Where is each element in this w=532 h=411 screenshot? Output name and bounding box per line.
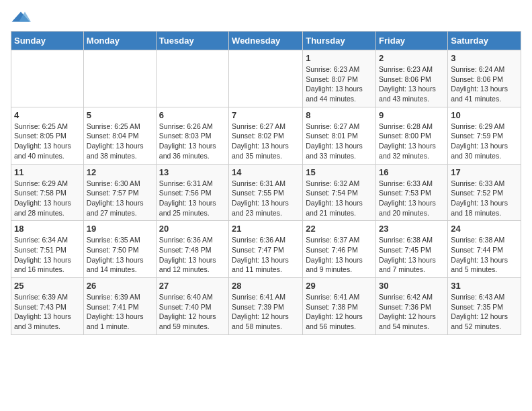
day-info: Sunrise: 6:25 AM Sunset: 8:05 PM Dayligh… — [14, 122, 81, 161]
day-cell-25: 25Sunrise: 6:39 AM Sunset: 7:43 PM Dayli… — [11, 278, 84, 335]
header-day-friday: Friday — [376, 32, 448, 50]
day-number: 6 — [159, 110, 226, 120]
day-number: 9 — [379, 110, 445, 120]
day-number: 1 — [306, 53, 373, 63]
day-number: 27 — [159, 281, 226, 291]
day-cell-9: 9Sunrise: 6:28 AM Sunset: 8:00 PM Daylig… — [376, 107, 448, 164]
week-row-2: 4Sunrise: 6:25 AM Sunset: 8:05 PM Daylig… — [11, 107, 521, 164]
day-number: 12 — [87, 167, 153, 177]
day-number: 4 — [14, 110, 81, 120]
day-info: Sunrise: 6:23 AM Sunset: 8:06 PM Dayligh… — [379, 64, 445, 104]
day-cell-22: 22Sunrise: 6:37 AM Sunset: 7:46 PM Dayli… — [303, 221, 376, 278]
day-number: 26 — [87, 281, 153, 291]
day-cell-29: 29Sunrise: 6:41 AM Sunset: 7:38 PM Dayli… — [303, 278, 376, 335]
header-day-sunday: Sunday — [11, 32, 84, 50]
day-cell-12: 12Sunrise: 6:30 AM Sunset: 7:57 PM Dayli… — [83, 164, 156, 221]
day-number: 3 — [451, 53, 518, 63]
week-row-3: 11Sunrise: 6:29 AM Sunset: 7:58 PM Dayli… — [11, 164, 521, 221]
day-number: 15 — [306, 167, 373, 177]
day-info: Sunrise: 6:27 AM Sunset: 8:01 PM Dayligh… — [306, 122, 373, 161]
day-cell-16: 16Sunrise: 6:33 AM Sunset: 7:53 PM Dayli… — [376, 164, 448, 221]
day-cell-14: 14Sunrise: 6:31 AM Sunset: 7:55 PM Dayli… — [229, 164, 303, 221]
day-number: 21 — [232, 224, 300, 234]
day-cell-2: 2Sunrise: 6:23 AM Sunset: 8:06 PM Daylig… — [376, 50, 448, 107]
day-info: Sunrise: 6:28 AM Sunset: 8:00 PM Dayligh… — [379, 122, 445, 161]
day-cell-26: 26Sunrise: 6:39 AM Sunset: 7:41 PM Dayli… — [83, 278, 156, 335]
day-info: Sunrise: 6:35 AM Sunset: 7:50 PM Dayligh… — [87, 235, 153, 275]
day-cell-31: 31Sunrise: 6:43 AM Sunset: 7:35 PM Dayli… — [448, 278, 521, 335]
day-info: Sunrise: 6:42 AM Sunset: 7:36 PM Dayligh… — [379, 292, 445, 332]
day-number: 13 — [159, 167, 226, 177]
day-cell-3: 3Sunrise: 6:24 AM Sunset: 8:06 PM Daylig… — [448, 50, 521, 107]
week-row-4: 18Sunrise: 6:34 AM Sunset: 7:51 PM Dayli… — [11, 221, 521, 278]
day-number: 31 — [451, 281, 518, 291]
logo-icon — [11, 11, 31, 23]
day-number: 30 — [379, 281, 445, 291]
day-cell-28: 28Sunrise: 6:41 AM Sunset: 7:39 PM Dayli… — [229, 278, 303, 335]
day-info: Sunrise: 6:29 AM Sunset: 7:59 PM Dayligh… — [451, 122, 518, 161]
day-cell-empty-3 — [229, 50, 303, 107]
day-number: 29 — [306, 281, 373, 291]
day-number: 18 — [14, 224, 81, 234]
day-info: Sunrise: 6:33 AM Sunset: 7:52 PM Dayligh… — [451, 179, 518, 218]
header-day-wednesday: Wednesday — [229, 32, 303, 50]
header-day-thursday: Thursday — [303, 32, 376, 50]
day-number: 16 — [379, 167, 445, 177]
day-info: Sunrise: 6:36 AM Sunset: 7:48 PM Dayligh… — [159, 235, 226, 275]
day-number: 11 — [14, 167, 81, 177]
day-cell-23: 23Sunrise: 6:38 AM Sunset: 7:45 PM Dayli… — [376, 221, 448, 278]
header-day-tuesday: Tuesday — [156, 32, 228, 50]
day-number: 14 — [232, 167, 300, 177]
day-number: 19 — [87, 224, 153, 234]
calendar-body: 1Sunrise: 6:23 AM Sunset: 8:07 PM Daylig… — [11, 50, 521, 335]
day-info: Sunrise: 6:27 AM Sunset: 8:02 PM Dayligh… — [232, 122, 300, 161]
day-cell-19: 19Sunrise: 6:35 AM Sunset: 7:50 PM Dayli… — [83, 221, 156, 278]
day-number: 23 — [379, 224, 445, 234]
day-cell-10: 10Sunrise: 6:29 AM Sunset: 7:59 PM Dayli… — [448, 107, 521, 164]
day-cell-27: 27Sunrise: 6:40 AM Sunset: 7:40 PM Dayli… — [156, 278, 228, 335]
day-cell-5: 5Sunrise: 6:25 AM Sunset: 8:04 PM Daylig… — [83, 107, 156, 164]
day-cell-13: 13Sunrise: 6:31 AM Sunset: 7:56 PM Dayli… — [156, 164, 228, 221]
logo — [11, 11, 34, 23]
day-info: Sunrise: 6:29 AM Sunset: 7:58 PM Dayligh… — [14, 179, 81, 218]
day-number: 10 — [451, 110, 518, 120]
day-number: 2 — [379, 53, 445, 63]
day-info: Sunrise: 6:38 AM Sunset: 7:44 PM Dayligh… — [451, 235, 518, 275]
day-number: 25 — [14, 281, 81, 291]
day-number: 24 — [451, 224, 518, 234]
day-cell-8: 8Sunrise: 6:27 AM Sunset: 8:01 PM Daylig… — [303, 107, 376, 164]
week-row-5: 25Sunrise: 6:39 AM Sunset: 7:43 PM Dayli… — [11, 278, 521, 335]
header-day-saturday: Saturday — [448, 32, 521, 50]
day-info: Sunrise: 6:43 AM Sunset: 7:35 PM Dayligh… — [451, 292, 518, 332]
calendar-header: SundayMondayTuesdayWednesdayThursdayFrid… — [11, 32, 521, 50]
day-info: Sunrise: 6:40 AM Sunset: 7:40 PM Dayligh… — [159, 292, 226, 332]
day-cell-20: 20Sunrise: 6:36 AM Sunset: 7:48 PM Dayli… — [156, 221, 228, 278]
header-day-monday: Monday — [83, 32, 156, 50]
day-cell-17: 17Sunrise: 6:33 AM Sunset: 7:52 PM Dayli… — [448, 164, 521, 221]
day-cell-empty-1 — [83, 50, 156, 107]
day-number: 5 — [87, 110, 153, 120]
week-row-1: 1Sunrise: 6:23 AM Sunset: 8:07 PM Daylig… — [11, 50, 521, 107]
day-cell-30: 30Sunrise: 6:42 AM Sunset: 7:36 PM Dayli… — [376, 278, 448, 335]
day-info: Sunrise: 6:34 AM Sunset: 7:51 PM Dayligh… — [14, 235, 81, 275]
day-cell-11: 11Sunrise: 6:29 AM Sunset: 7:58 PM Dayli… — [11, 164, 84, 221]
calendar-table: SundayMondayTuesdayWednesdayThursdayFrid… — [11, 31, 521, 335]
day-number: 22 — [306, 224, 373, 234]
day-cell-6: 6Sunrise: 6:26 AM Sunset: 8:03 PM Daylig… — [156, 107, 228, 164]
day-info: Sunrise: 6:39 AM Sunset: 7:41 PM Dayligh… — [87, 292, 153, 332]
day-info: Sunrise: 6:31 AM Sunset: 7:55 PM Dayligh… — [232, 179, 300, 218]
day-info: Sunrise: 6:37 AM Sunset: 7:46 PM Dayligh… — [306, 235, 373, 275]
day-info: Sunrise: 6:41 AM Sunset: 7:39 PM Dayligh… — [232, 292, 300, 332]
day-cell-empty-0 — [11, 50, 84, 107]
day-info: Sunrise: 6:31 AM Sunset: 7:56 PM Dayligh… — [159, 179, 226, 218]
day-number: 8 — [306, 110, 373, 120]
day-info: Sunrise: 6:26 AM Sunset: 8:03 PM Dayligh… — [159, 122, 226, 161]
day-info: Sunrise: 6:38 AM Sunset: 7:45 PM Dayligh… — [379, 235, 445, 275]
day-number: 7 — [232, 110, 300, 120]
day-number: 20 — [159, 224, 226, 234]
day-cell-24: 24Sunrise: 6:38 AM Sunset: 7:44 PM Dayli… — [448, 221, 521, 278]
page-header — [11, 11, 521, 23]
header-row: SundayMondayTuesdayWednesdayThursdayFrid… — [11, 32, 521, 50]
day-info: Sunrise: 6:24 AM Sunset: 8:06 PM Dayligh… — [451, 64, 518, 104]
day-info: Sunrise: 6:41 AM Sunset: 7:38 PM Dayligh… — [306, 292, 373, 332]
